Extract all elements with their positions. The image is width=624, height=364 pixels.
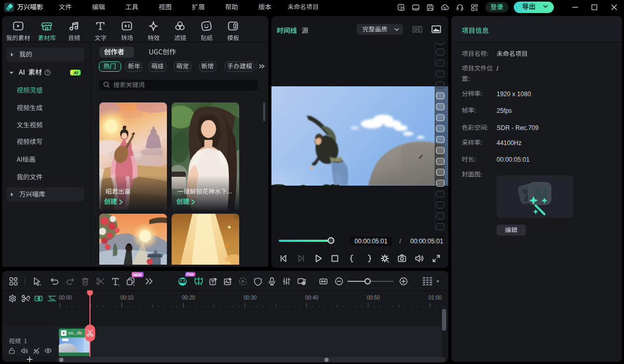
svg-text:NEW: NEW — [133, 272, 142, 276]
svg-text:Free: Free — [187, 272, 194, 276]
svg-text:AI: AI — [73, 70, 78, 75]
